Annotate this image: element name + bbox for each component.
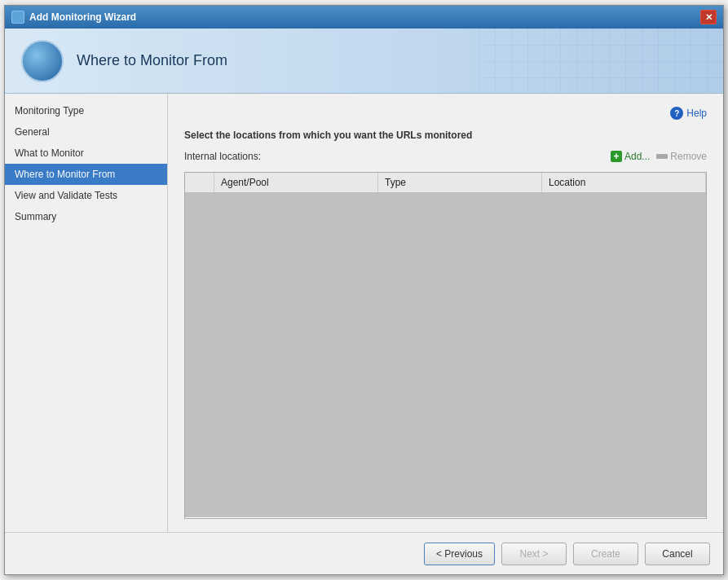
col-location: Location	[542, 173, 706, 192]
svg-rect-0	[479, 29, 723, 94]
add-button[interactable]: + Add...	[611, 151, 650, 162]
table-body	[185, 193, 706, 517]
help-bar: ? Help	[184, 107, 707, 120]
create-button[interactable]: Create	[573, 543, 638, 565]
title-bar: Add Monitoring Wizard ✕	[5, 6, 723, 29]
title-bar-left: Add Monitoring Wizard	[11, 11, 136, 24]
sidebar-item-monitoring-type[interactable]: Monitoring Type	[5, 100, 167, 121]
sidebar-item-view-validate[interactable]: View and Validate Tests	[5, 185, 167, 206]
remove-icon	[656, 154, 668, 159]
wizard-logo	[21, 40, 64, 82]
col-checkbox	[185, 173, 214, 192]
header-banner: Where to Monitor From	[5, 29, 723, 94]
table-controls: Internal locations: + Add... Remove	[184, 151, 707, 162]
window-icon	[11, 11, 24, 24]
add-icon: +	[611, 151, 622, 162]
col-agent-pool: Agent/Pool	[214, 173, 378, 192]
table-buttons: + Add... Remove	[611, 151, 707, 162]
sidebar-item-general[interactable]: General	[5, 121, 167, 143]
sidebar-item-what-to-monitor[interactable]: What to Monitor	[5, 143, 167, 164]
main-content-area: ? Help Select the locations from which y…	[168, 94, 723, 532]
instruction-text: Select the locations from which you want…	[184, 130, 707, 141]
help-button[interactable]: ? Help	[670, 107, 707, 120]
internal-locations-label: Internal locations:	[184, 151, 261, 162]
sidebar-item-summary[interactable]: Summary	[5, 206, 167, 227]
sidebar: Monitoring Type General What to Monitor …	[5, 94, 168, 532]
sidebar-item-where-to-monitor[interactable]: Where to Monitor From	[5, 164, 167, 185]
col-type: Type	[378, 173, 542, 192]
footer: < Previous Next > Create Cancel	[5, 532, 723, 574]
previous-button[interactable]: < Previous	[424, 543, 495, 565]
locations-table: Agent/Pool Type Location	[184, 172, 707, 519]
remove-button: Remove	[656, 151, 707, 162]
close-button[interactable]: ✕	[700, 10, 717, 24]
help-icon: ?	[670, 107, 683, 120]
window-title: Add Monitoring Wizard	[29, 11, 136, 23]
next-button[interactable]: Next >	[501, 543, 567, 565]
table-header: Agent/Pool Type Location	[185, 173, 706, 193]
help-label: Help	[686, 108, 707, 119]
header-title: Where to Monitor From	[77, 52, 227, 69]
content-area: Monitoring Type General What to Monitor …	[5, 94, 723, 532]
main-window: Add Monitoring Wizard ✕ Where to Monitor…	[4, 5, 724, 575]
header-decoration	[479, 29, 723, 94]
cancel-button[interactable]: Cancel	[645, 543, 710, 565]
